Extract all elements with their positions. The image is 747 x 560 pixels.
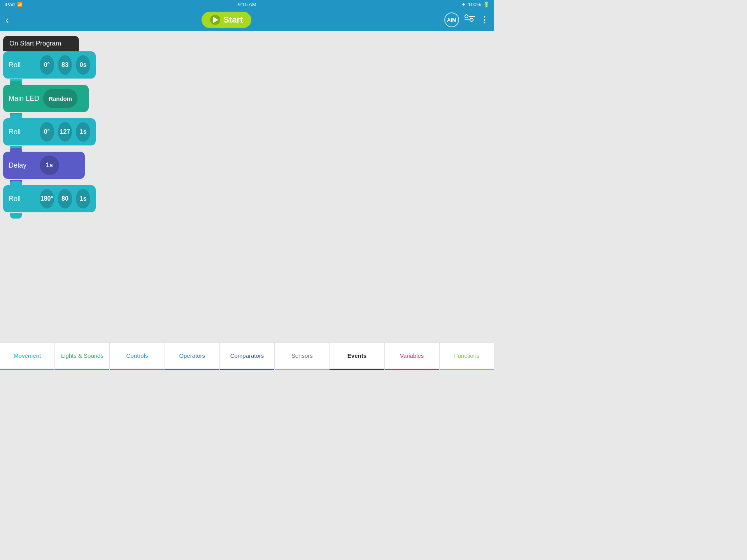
block-wrapper-led: Main LED Random <box>3 85 100 114</box>
nav-label-functions: Functions <box>454 352 479 359</box>
block-param-speed-2[interactable]: 127 <box>58 122 72 142</box>
nav-label-variables: Variables <box>400 352 424 359</box>
nav-label-lights: Lights & Sounds <box>61 352 103 359</box>
block-param-delay-time[interactable]: 1s <box>40 156 59 175</box>
block-param-angle-2[interactable]: 0° <box>40 122 54 142</box>
svg-point-0 <box>465 15 468 18</box>
play-icon <box>210 15 220 25</box>
block-delay[interactable]: Delay 1s <box>3 152 85 179</box>
block-param-color[interactable]: Random <box>43 89 77 108</box>
status-time: 9:15 AM <box>238 2 256 7</box>
aim-button[interactable]: AIM <box>444 12 459 27</box>
nav-bar-operators <box>165 369 219 370</box>
nav-item-controls[interactable]: Controls <box>110 343 165 370</box>
block-param-speed-3[interactable]: 80 <box>58 189 72 208</box>
block-param-time-3[interactable]: 1s <box>76 189 90 208</box>
blocks-stack: Roll 0° 83 0s Main LED Random <box>3 51 100 216</box>
nav-item-functions[interactable]: Functions <box>440 343 494 370</box>
block-wrapper-roll-3: Roll 180° 80 1s <box>3 185 100 214</box>
nav-bar-functions <box>440 369 494 370</box>
svg-point-3 <box>470 18 473 21</box>
block-label-roll-1: Roll <box>9 61 36 69</box>
wifi-icon: 📶 <box>17 2 23 7</box>
block-wrapper-roll-2: Roll 0° 127 1s <box>3 118 100 147</box>
nav-item-events[interactable]: Events <box>330 343 384 370</box>
block-roll-3[interactable]: Roll 180° 80 1s <box>3 185 96 212</box>
toolbar-right: AIM ⋮ <box>444 12 489 27</box>
nav-item-lights[interactable]: Lights & Sounds <box>55 343 110 370</box>
block-roll-1[interactable]: Roll 0° 83 0s <box>3 51 96 79</box>
block-wrapper-delay: Delay 1s <box>3 152 100 180</box>
nav-bar-lights <box>55 369 109 370</box>
nav-bar-controls <box>110 369 164 370</box>
status-bar: iPad 📶 9:15 AM ✦ 100% 🔋 <box>0 0 494 9</box>
nav-bar-comparators <box>220 369 274 370</box>
block-param-time-2[interactable]: 1s <box>76 122 90 142</box>
nav-label-sensors: Sensors <box>291 352 313 359</box>
nav-label-comparators: Comparators <box>230 352 264 359</box>
block-wrapper-roll-1: Roll 0° 83 0s <box>3 51 100 80</box>
bottom-nav: Movement Lights & Sounds Controls Operat… <box>0 342 494 370</box>
block-nub-roll-3 <box>10 213 22 219</box>
block-led[interactable]: Main LED Random <box>3 85 89 112</box>
nav-item-comparators[interactable]: Comparators <box>220 343 275 370</box>
block-param-angle-3[interactable]: 180° <box>40 189 54 208</box>
more-button[interactable]: ⋮ <box>480 15 489 25</box>
block-param-time-1[interactable]: 0s <box>76 55 90 75</box>
block-label-delay: Delay <box>9 161 36 170</box>
play-triangle <box>213 17 218 23</box>
block-label-roll-2: Roll <box>9 128 36 136</box>
nav-label-movement: Movement <box>14 352 41 359</box>
nav-item-variables[interactable]: Variables <box>385 343 440 370</box>
blocks-container: On Start Program Roll 0° 83 0s Main LED … <box>3 36 100 216</box>
nav-label-controls: Controls <box>126 352 148 359</box>
back-button[interactable]: ‹ <box>5 15 9 25</box>
nav-item-movement[interactable]: Movement <box>0 343 55 370</box>
battery-icon: 🔋 <box>483 2 489 7</box>
on-start-header[interactable]: On Start Program <box>3 36 79 51</box>
nav-bar-variables <box>385 369 439 370</box>
block-roll-2[interactable]: Roll 0° 127 1s <box>3 118 96 145</box>
nav-bar-events <box>330 369 384 370</box>
nav-label-events: Events <box>347 352 366 359</box>
nav-bar-movement <box>0 369 54 370</box>
block-param-speed-1[interactable]: 83 <box>58 55 72 75</box>
block-label-roll-3: Roll <box>9 195 36 203</box>
block-label-led: Main LED <box>9 94 39 103</box>
start-label: Start <box>223 15 243 25</box>
nav-item-operators[interactable]: Operators <box>165 343 220 370</box>
nav-bar-sensors <box>275 369 329 370</box>
status-right: ✦ 100% 🔋 <box>461 2 489 7</box>
nav-item-sensors[interactable]: Sensors <box>275 343 330 370</box>
bluetooth-icon: ✦ <box>461 2 466 7</box>
toolbar: ‹ Start AIM ⋮ <box>0 9 494 31</box>
canvas-area: On Start Program Roll 0° 83 0s Main LED … <box>0 31 494 342</box>
nav-label-operators: Operators <box>179 352 205 359</box>
controls-button[interactable] <box>465 14 475 25</box>
start-button[interactable]: Start <box>202 12 251 28</box>
device-label: iPad <box>5 2 15 7</box>
block-param-angle-1[interactable]: 0° <box>40 55 54 75</box>
battery-label: 100% <box>468 2 481 7</box>
status-left: iPad 📶 <box>5 2 23 7</box>
